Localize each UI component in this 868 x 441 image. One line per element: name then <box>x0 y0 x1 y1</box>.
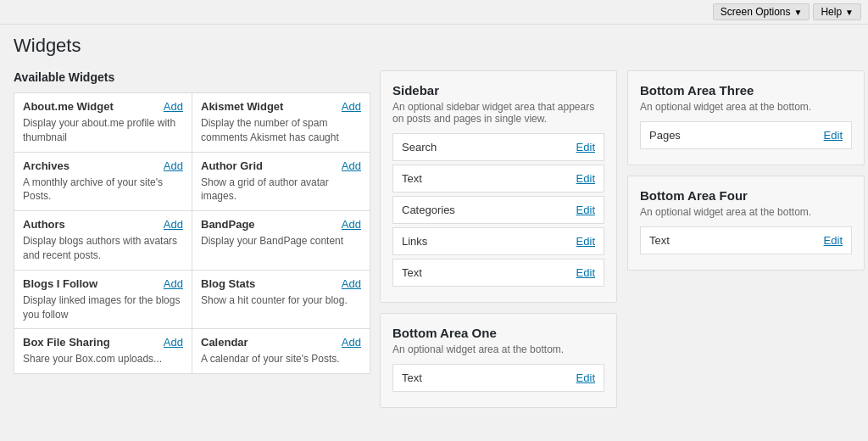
bottom-area-one-slots: Text Edit <box>392 364 604 392</box>
widget-slot-name: Text <box>402 172 422 185</box>
widget-name: Akismet Widget <box>201 100 283 113</box>
widget-header: Akismet Widget Add <box>201 100 361 113</box>
widget-header: Blog Stats Add <box>201 277 361 290</box>
bottom-area-four-slots: Text Edit <box>640 226 852 254</box>
edit-button[interactable]: Edit <box>824 234 843 247</box>
widget-slot: Text Edit <box>392 364 604 392</box>
widget-item: Authors Add Display blogs authors with a… <box>14 210 192 271</box>
widget-add-button[interactable]: Add <box>164 218 183 231</box>
top-bar: Screen Options ▼ Help ▼ <box>0 0 868 25</box>
bottom-area-three-desc: An optional widget area at the bottom. <box>640 101 852 113</box>
sidebar-widget-area: Sidebar An optional sidebar widget area … <box>380 70 617 303</box>
widget-header: Blogs I Follow Add <box>23 277 183 290</box>
bottom-area-three-title: Bottom Area Three <box>640 83 852 98</box>
widget-slot-name: Text <box>402 266 422 279</box>
widget-desc: A calendar of your site's Posts. <box>201 352 361 366</box>
widget-slot-name: Search <box>402 141 437 154</box>
widget-name: Blogs I Follow <box>23 277 97 290</box>
widget-item: Archives Add A monthly archive of your s… <box>14 152 192 212</box>
sidebar-panel: Sidebar An optional sidebar widget area … <box>380 70 617 418</box>
widget-add-button[interactable]: Add <box>164 277 183 290</box>
bottom-area-four-title: Bottom Area Four <box>640 188 852 203</box>
widget-add-button[interactable]: Add <box>342 336 361 349</box>
widget-slot-name: Text <box>402 371 422 384</box>
right-panel: Bottom Area Three An optional widget are… <box>627 70 865 281</box>
widget-item: Author Grid Add Show a grid of author av… <box>192 152 370 212</box>
widget-slot: Links Edit <box>392 227 604 255</box>
widget-desc: Show a grid of author avatar images. <box>201 176 361 204</box>
bottom-area-one-widget-area: Bottom Area One An optional widget area … <box>380 313 617 408</box>
widget-slot: Text Edit <box>640 226 852 254</box>
widget-header: Calendar Add <box>201 336 361 349</box>
widget-name: About.me Widget <box>23 100 114 113</box>
widget-name: Author Grid <box>201 159 263 172</box>
chevron-down-icon: ▼ <box>794 8 803 17</box>
widget-slot: Pages Edit <box>640 121 852 149</box>
widget-desc: Display your BandPage content <box>201 234 361 248</box>
widget-desc: Display your about.me profile with thumb… <box>23 116 183 145</box>
widget-grid: About.me Widget Add Display your about.m… <box>14 92 370 373</box>
widget-add-button[interactable]: Add <box>342 277 361 290</box>
help-button[interactable]: Help ▼ <box>813 3 861 20</box>
edit-button[interactable]: Edit <box>576 266 595 279</box>
widget-slot: Search Edit <box>392 133 604 161</box>
widget-desc: Display the number of spam comments Akis… <box>201 116 361 145</box>
widget-add-button[interactable]: Add <box>164 100 183 113</box>
main-layout: Available Widgets About.me Widget Add Di… <box>14 70 854 418</box>
bottom-area-four-widget-area: Bottom Area Four An optional widget area… <box>627 176 865 271</box>
widget-add-button[interactable]: Add <box>164 336 183 349</box>
widget-desc: Show a hit counter for your blog. <box>201 293 361 308</box>
chevron-down-icon: ▼ <box>845 8 854 17</box>
widget-header: BandPage Add <box>201 218 361 231</box>
widget-item: Box File Sharing Add Share your Box.com … <box>14 328 192 374</box>
widget-slot-name: Text <box>649 234 670 247</box>
widget-add-button[interactable]: Add <box>342 218 361 231</box>
screen-options-button[interactable]: Screen Options ▼ <box>713 3 810 20</box>
edit-button[interactable]: Edit <box>576 172 595 185</box>
edit-button[interactable]: Edit <box>576 141 595 154</box>
widget-slot-name: Pages <box>649 129 681 142</box>
widget-desc: A monthly archive of your site's Posts. <box>23 176 183 204</box>
available-widgets-panel: Available Widgets About.me Widget Add Di… <box>14 70 370 373</box>
widget-name: Box File Sharing <box>23 336 110 349</box>
page-wrap: Widgets Available Widgets About.me Widge… <box>0 25 868 428</box>
widget-header: Box File Sharing Add <box>23 336 183 349</box>
widget-name: Archives <box>23 159 70 172</box>
widget-item: BandPage Add Display your BandPage conte… <box>192 210 370 271</box>
widget-item: Calendar Add A calendar of your site's P… <box>192 328 370 374</box>
widget-desc: Display linked images for the blogs you … <box>23 293 183 322</box>
widget-slot: Categories Edit <box>392 196 604 224</box>
screen-options-label: Screen Options <box>721 6 791 18</box>
widget-desc: Display blogs authors with avatars and r… <box>23 234 183 263</box>
edit-button[interactable]: Edit <box>576 371 595 384</box>
bottom-area-four-desc: An optional widget area at the bottom. <box>640 206 852 218</box>
bottom-area-three-slots: Pages Edit <box>640 121 852 149</box>
widget-header: About.me Widget Add <box>23 100 183 113</box>
widget-add-button[interactable]: Add <box>342 100 361 113</box>
sidebar-title: Sidebar <box>392 83 604 98</box>
bottom-area-one-desc: An optional widget area at the bottom. <box>392 343 604 355</box>
widget-name: Blog Stats <box>201 277 255 290</box>
widget-slot: Text Edit <box>392 165 604 193</box>
available-widgets-title: Available Widgets <box>14 70 370 84</box>
widget-desc: Share your Box.com uploads... <box>23 352 183 366</box>
help-label: Help <box>821 6 842 18</box>
widget-item: Blogs I Follow Add Display linked images… <box>14 270 192 330</box>
widget-name: Calendar <box>201 336 248 349</box>
sidebar-slots: Search Edit Text Edit Categories Edit Li… <box>392 133 604 287</box>
widget-slot-name: Links <box>402 235 427 248</box>
bottom-area-three-widget-area: Bottom Area Three An optional widget are… <box>627 70 865 165</box>
widget-header: Author Grid Add <box>201 159 361 172</box>
widget-header: Authors Add <box>23 218 183 231</box>
edit-button[interactable]: Edit <box>576 235 595 248</box>
widget-item: About.me Widget Add Display your about.m… <box>14 92 192 153</box>
bottom-area-one-title: Bottom Area One <box>392 326 604 340</box>
widget-item: Akismet Widget Add Display the number of… <box>192 92 370 153</box>
page-title: Widgets <box>14 35 854 57</box>
widget-add-button[interactable]: Add <box>342 159 361 172</box>
edit-button[interactable]: Edit <box>576 204 595 216</box>
widget-slot-name: Categories <box>402 204 455 216</box>
widget-header: Archives Add <box>23 159 183 172</box>
edit-button[interactable]: Edit <box>824 129 843 142</box>
widget-add-button[interactable]: Add <box>164 159 183 172</box>
